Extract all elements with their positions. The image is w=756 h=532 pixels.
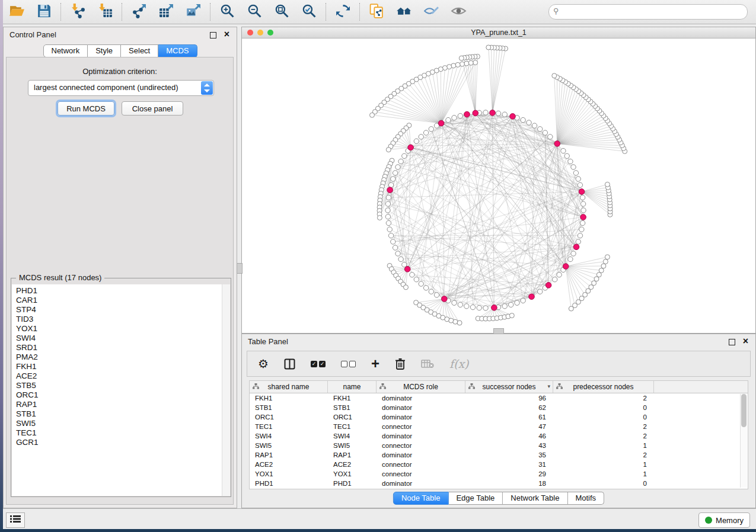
network-node[interactable] — [578, 182, 582, 187]
mcds-result-item[interactable]: STP4 — [16, 305, 222, 315]
network-node[interactable] — [464, 304, 469, 309]
network-node[interactable] — [398, 257, 403, 261]
network-hub-node[interactable] — [573, 244, 579, 250]
mcds-result-item[interactable]: SWI5 — [16, 419, 222, 428]
network-node[interactable] — [459, 56, 464, 60]
network-node[interactable] — [580, 201, 585, 206]
network-node[interactable] — [605, 255, 610, 259]
network-node[interactable] — [483, 110, 488, 115]
network-node[interactable] — [393, 171, 397, 175]
network-node[interactable] — [509, 313, 514, 318]
mcds-result-item[interactable]: ACE2 — [16, 371, 222, 381]
network-node[interactable] — [564, 153, 569, 158]
search-input[interactable] — [548, 4, 748, 20]
network-node[interactable] — [446, 117, 451, 122]
refresh-button[interactable] — [334, 3, 352, 21]
table-row[interactable]: ACE2ACE2connector311 — [250, 460, 748, 469]
table-row[interactable]: SWI5SWI5connector431 — [250, 441, 748, 450]
network-node[interactable] — [423, 286, 428, 290]
mcds-result-item[interactable]: GCR1 — [16, 438, 222, 447]
network-node[interactable] — [527, 120, 531, 125]
network-node[interactable] — [452, 300, 457, 305]
network-hub-node[interactable] — [464, 111, 470, 117]
column-header-predecessor-nodes[interactable]: predecessor nodes — [553, 381, 654, 393]
network-hub-node[interactable] — [510, 114, 516, 120]
table-row[interactable]: YOX1YOX1connector291 — [250, 469, 748, 479]
network-node[interactable] — [460, 62, 464, 66]
network-node[interactable] — [402, 153, 407, 158]
network-node[interactable] — [548, 134, 553, 139]
network-node[interactable] — [601, 264, 606, 268]
network-node[interactable] — [395, 165, 400, 169]
network-node[interactable] — [410, 273, 414, 277]
network-hub-node[interactable] — [442, 296, 448, 302]
mcds-result-item[interactable]: ORC1 — [16, 390, 222, 400]
network-node[interactable] — [464, 61, 469, 66]
network-node[interactable] — [458, 113, 462, 118]
close-icon[interactable]: × — [224, 29, 229, 40]
network-node[interactable] — [419, 281, 423, 286]
network-node[interactable] — [581, 208, 586, 213]
zoom-selected-button[interactable] — [300, 3, 318, 21]
network-hub-node[interactable] — [490, 110, 496, 116]
network-node[interactable] — [404, 285, 409, 290]
export-table-button[interactable] — [157, 3, 175, 21]
network-node[interactable] — [473, 60, 478, 65]
network-node[interactable] — [453, 319, 458, 324]
network-node[interactable] — [502, 112, 507, 117]
network-node[interactable] — [391, 239, 395, 244]
network-node[interactable] — [580, 220, 585, 225]
network-node[interactable] — [603, 259, 608, 264]
network-node[interactable] — [568, 159, 573, 164]
network-node[interactable] — [429, 289, 433, 294]
tab-edge-table[interactable]: Edge Table — [448, 492, 503, 505]
network-node[interactable] — [470, 305, 475, 309]
network-node[interactable] — [434, 293, 439, 297]
network-node[interactable] — [386, 148, 391, 152]
tab-node-table[interactable]: Node Table — [393, 492, 449, 505]
network-node[interactable] — [496, 111, 500, 116]
deselect-all-icon[interactable] — [341, 361, 356, 367]
show-column-panel-icon[interactable] — [284, 358, 295, 370]
first-neighbors-button[interactable] — [395, 3, 413, 21]
close-icon[interactable]: × — [743, 336, 748, 347]
network-node[interactable] — [579, 227, 584, 232]
tab-network-table[interactable]: Network Table — [503, 492, 567, 505]
save-session-button[interactable] — [35, 3, 53, 21]
network-node[interactable] — [576, 177, 580, 181]
table-row[interactable]: FKH1FKH1dominator962 — [250, 393, 748, 403]
mcds-list-scrollbar[interactable] — [222, 284, 230, 496]
network-node[interactable] — [553, 277, 557, 282]
network-node[interactable] — [538, 289, 543, 294]
network-node[interactable] — [385, 214, 390, 219]
network-node[interactable] — [429, 127, 433, 132]
open-file-button[interactable] — [8, 3, 25, 21]
tab-network[interactable]: Network — [43, 44, 88, 57]
network-node[interactable] — [387, 227, 392, 232]
network-node[interactable] — [532, 123, 537, 128]
network-node[interactable] — [571, 165, 576, 169]
table-row[interactable]: PHD1PHD1dominator180 — [250, 479, 748, 488]
network-node[interactable] — [538, 127, 543, 132]
network-node[interactable] — [568, 257, 573, 261]
float-window-icon[interactable] — [729, 339, 735, 345]
network-node[interactable] — [452, 116, 457, 120]
table-row[interactable]: TEC1TEC1connector472 — [250, 422, 748, 431]
network-node[interactable] — [468, 60, 473, 65]
tab-select[interactable]: Select — [121, 44, 158, 57]
network-node[interactable] — [451, 63, 456, 68]
network-node[interactable] — [576, 239, 580, 244]
mcds-result-item[interactable]: SWI4 — [16, 334, 222, 343]
network-node[interactable] — [483, 306, 488, 310]
network-node[interactable] — [502, 304, 507, 309]
vertical-splitter-handle[interactable] — [237, 263, 243, 274]
network-node[interactable] — [414, 277, 419, 282]
delete-table-icon[interactable] — [421, 359, 434, 368]
mcds-result-item[interactable]: TEC1 — [16, 428, 222, 438]
network-node[interactable] — [477, 305, 481, 310]
network-node[interactable] — [457, 321, 462, 325]
network-node[interactable] — [571, 251, 576, 256]
delete-column-trash-icon[interactable] — [395, 358, 406, 370]
network-node[interactable] — [557, 273, 562, 277]
table-row[interactable]: SWI4SWI4dominator462 — [250, 431, 748, 441]
